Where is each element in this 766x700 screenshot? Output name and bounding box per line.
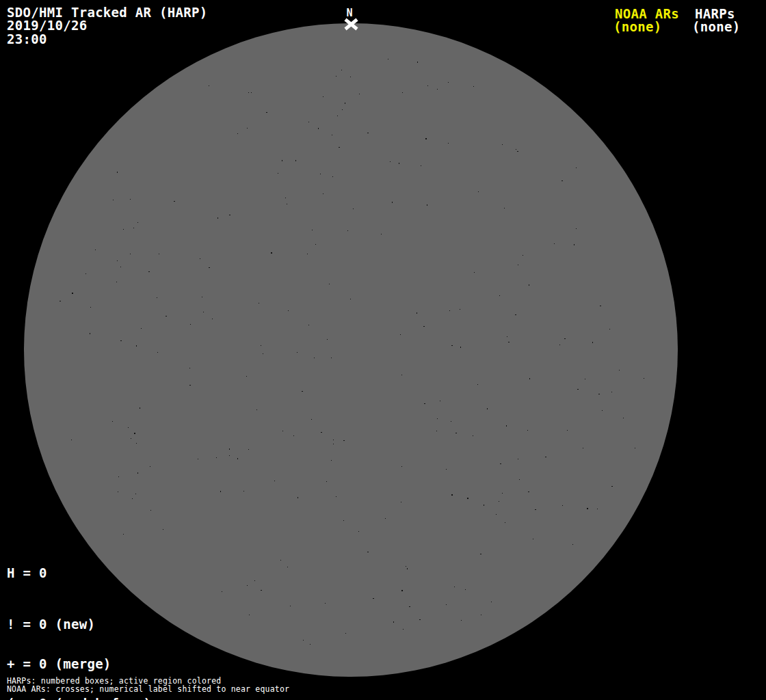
sun-disk	[24, 23, 678, 677]
footnote-noaa: NOAA ARs: crosses; numerical label shift…	[7, 684, 289, 694]
plot-title-block: SDO/HMI Tracked AR (HARP)2019/10/2623:00	[7, 6, 207, 46]
legend-item-merge: + = 0 (merge)	[7, 658, 159, 671]
legend-item-pad-before: ( = 0 (pad before)	[7, 697, 159, 700]
legend-item-new: ! = 0 (new)	[7, 618, 159, 631]
solar-harp-plot: SDO/HMI Tracked AR (HARP)2019/10/2623:00…	[0, 0, 766, 700]
harps-value: (none)	[692, 21, 740, 33]
north-pole-cross-icon	[343, 18, 359, 31]
legend-harp-count: H = 0	[7, 567, 47, 580]
footnotes: HARPs: numbered boxes; active region col…	[7, 677, 289, 694]
plot-time: 23:00	[7, 31, 47, 46]
noaa-ars-value: (none)	[613, 21, 661, 33]
